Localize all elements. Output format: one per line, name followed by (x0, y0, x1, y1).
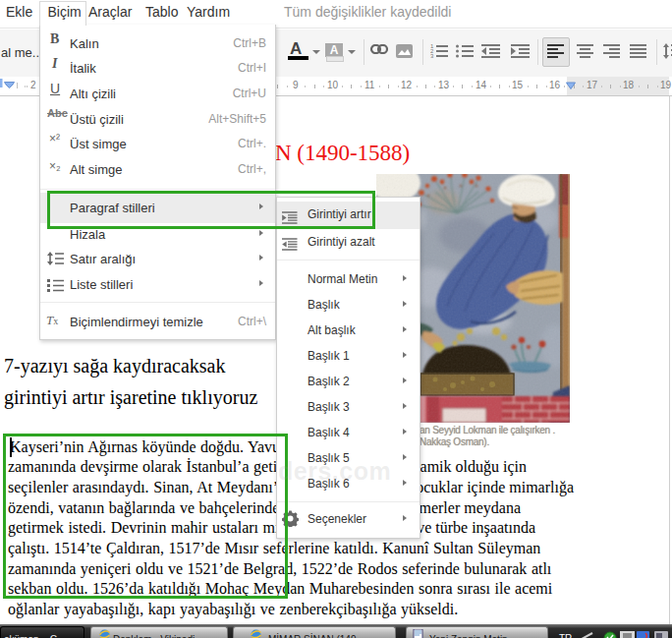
svg-text:3: 3 (430, 53, 434, 59)
